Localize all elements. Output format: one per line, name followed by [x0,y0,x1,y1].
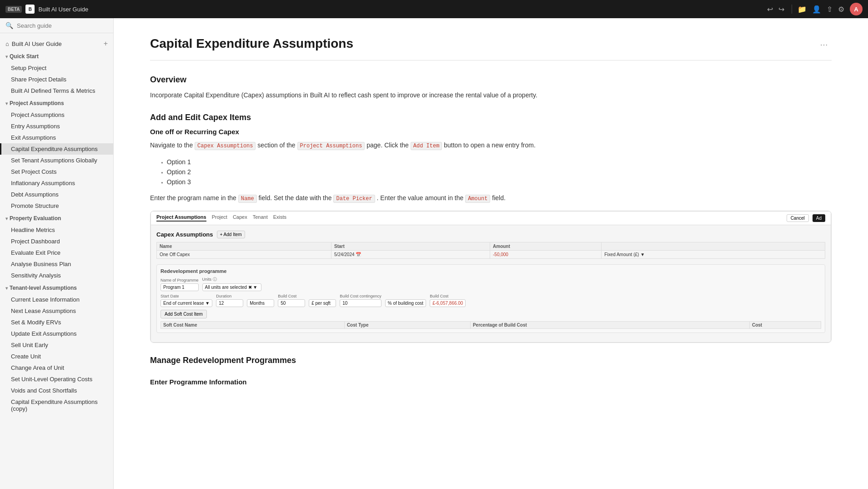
app-body: 🔍 ⌂ Built AI User Guide + ▾ Quick Start … [0,18,868,489]
redo-button[interactable]: ↪ [777,3,786,15]
sidebar-item-voids[interactable]: Voids and Cost Shortfalls [0,385,113,396]
sidebar-item-project-dashboard[interactable]: Project Dashboard [0,236,113,247]
sim-body: Capex Assumptions + Add Item Name Start … [151,225,831,342]
sidebar-section-quickstart[interactable]: ▾ Quick Start [0,50,113,62]
sidebar-item-current-lease[interactable]: Current Lease Information [0,294,113,305]
sidebar-item-debt-assumptions[interactable]: Debt Assumptions [0,189,113,200]
sidebar-item-next-lease[interactable]: Next Lease Assumptions [0,305,113,317]
sidebar-section-label-project-assumptions: Project Assumptions [10,100,64,106]
add-page-button[interactable]: + [104,40,108,48]
sidebar-item-inflationary[interactable]: Inflationary Assumptions [0,177,113,189]
sim-cancel-button[interactable]: Cancel [787,214,809,222]
sidebar-section-label-quickstart: Quick Start [10,53,39,60]
overview-section: Overview Incorporate Capital Expenditure… [150,75,832,100]
sim-topbar: Project Assumptions Project Capex Tenant… [151,212,831,225]
sidebar-item-set-tenant-assumptions[interactable]: Set Tenant Assumptions Globally [0,155,113,166]
user-icon[interactable]: 👤 [812,5,821,14]
sim-soft-col-cost: Cost [749,321,821,328]
topbar-actions: 📁 👤 ⇧ ⚙ A [798,3,863,15]
sim-label-prog-name: Name of Programme [161,278,199,282]
chevron-down-icon: ▾ [5,216,8,221]
sidebar-item-setup-project[interactable]: Setup Project [0,62,113,74]
sidebar-group-property-evaluation: ▾ Property Evaluation Headline Metrics P… [0,212,113,281]
settings-icon[interactable]: ⚙ [838,5,844,14]
sim-tab-project-assumptions[interactable]: Project Assumptions [156,214,206,222]
sim-label-contingency-unit [385,294,426,298]
sidebar-item-update-exit[interactable]: Update Exit Assumptions [0,328,113,339]
folder-icon[interactable]: 📁 [798,5,807,14]
sidebar-item-exit-assumptions[interactable]: Exit Assumptions [0,132,113,143]
sidebar-section-tenant-assumptions[interactable]: ▾ Tenant-level Assumptions [0,282,113,294]
sidebar-item-entry-assumptions[interactable]: Entry Assumptions [0,121,113,132]
sim-col-type [602,242,825,250]
code-capex-assumptions: Capex Assumptions [195,142,256,150]
page-menu-button[interactable]: … [816,36,832,50]
search-bar[interactable]: 🔍 [0,18,113,33]
sim-tab-project[interactable]: Project [212,214,227,222]
sidebar-group-project-assumptions: ▾ Project Assumptions Project Assumption… [0,97,113,212]
sim-save-button[interactable]: Ad [813,214,825,222]
sim-label-duration: Duration [216,294,243,298]
search-input[interactable] [17,22,108,29]
sim-prog-row2: Start Date End of current lease ▼ Durati… [161,294,821,307]
sim-label-contingency: Build Cost contingency [340,294,381,298]
sidebar-item-set-project-costs[interactable]: Set Project Costs [0,166,113,177]
sim-tab-tenant[interactable]: Tenant [253,214,268,222]
sim-add-soft-cost-button[interactable]: Add Soft Cost Item [161,310,207,318]
sidebar-item-change-area[interactable]: Change Area of Unit [0,362,113,373]
sim-tab-capex[interactable]: Capex [233,214,247,222]
sidebar-item-built-ai-terms[interactable]: Built AI Defined Terms & Metrics [0,85,113,96]
sim-field-prog-name: Name of Programme Program 1 [161,278,199,291]
sidebar-section-project-assumptions[interactable]: ▾ Project Assumptions [0,97,113,109]
sidebar-home-item[interactable]: ⌂ Built AI User Guide + [0,37,113,50]
sim-label-build-cost-unit [309,294,336,298]
search-icon: 🔍 [5,22,13,29]
sidebar-item-sell-unit-early[interactable]: Sell Unit Early [0,339,113,351]
sidebar-group-tenant-assumptions: ▾ Tenant-level Assumptions Current Lease… [0,282,113,414]
home-icon: ⌂ [5,40,9,47]
sim-capex-table: Name Start Amount One Off Capex [156,242,825,259]
sim-field-units: Units ⓘ All units are selected ✖ ▼ [202,277,261,291]
add-edit-section: Add and Edit Capex Items One off or Recu… [150,113,832,343]
page-header: Capital Expenditure Assumptions … [150,36,832,60]
sidebar-item-project-assumptions[interactable]: Project Assumptions [0,109,113,121]
sidebar-section-label-property-evaluation: Property Evaluation [10,215,61,222]
sim-value-units: All units are selected ✖ ▼ [202,283,261,291]
user-avatar[interactable]: A [850,3,863,15]
top-bar: BETA B Built AI User Guide ↩ ↪ 📁 👤 ⇧ ⚙ A [0,0,868,18]
sim-field-total: Build Cost £-6,057,866.00 [430,294,466,307]
sim-field-start: Start Date End of current lease ▼ [161,294,212,307]
undo-button[interactable]: ↩ [765,3,775,15]
sim-prog-row1: Name of Programme Program 1 Units ⓘ All … [161,277,821,291]
one-off-text: Navigate to the Capex Assumptions sectio… [150,140,832,151]
sim-tabs: Project Assumptions Project Capex Tenant… [156,214,286,222]
sidebar-item-create-unit[interactable]: Create Unit [0,351,113,362]
sim-soft-col-pct: Percentage of Build Cost [470,321,749,328]
sidebar-item-set-ervs[interactable]: Set & Modify ERVs [0,317,113,328]
manage-section: Manage Redevelopment Programmes [150,356,832,365]
code-add-item: Add Item [411,142,442,150]
chevron-down-icon: ▾ [5,101,8,106]
sidebar-item-capex-assumptions[interactable]: Capital Expenditure Assumptions [0,143,113,155]
sim-field-contingency: Build Cost contingency 10 [340,294,381,307]
sidebar-section-property-evaluation[interactable]: ▾ Property Evaluation [0,212,113,224]
sim-action-buttons: Cancel Ad [787,214,825,222]
sim-add-item-button[interactable]: + Add Item [217,231,245,238]
upload-icon[interactable]: ⇧ [827,5,833,14]
sidebar-item-share-project[interactable]: Share Project Details [0,74,113,85]
sidebar-item-evaluate-exit[interactable]: Evaluate Exit Price [0,247,113,258]
sidebar-item-capex-copy[interactable]: Capital Expenditure Assumptions (copy) [0,396,113,414]
sim-value-build-cost-unit: £ per sqft [309,299,336,307]
sidebar-item-analyse-business[interactable]: Analyse Business Plan [0,258,113,270]
sim-value-build-cost: 50 [278,299,305,307]
sim-redevelopment-section: Redevelopment programme Name of Programm… [156,264,825,333]
one-off-subsection: One off or Recurring Capex Navigate to t… [150,128,832,343]
sidebar-item-sensitivity[interactable]: Sensitivity Analysis [0,270,113,281]
sidebar: 🔍 ⌂ Built AI User Guide + ▾ Quick Start … [0,18,114,489]
sidebar-item-unit-operating-costs[interactable]: Set Unit-Level Operating Costs [0,373,113,385]
sim-cell-type: Fixed Amount (£) ▼ [602,250,825,258]
sim-tab-exists[interactable]: Exists [273,214,286,222]
overview-text: Incorporate Capital Expenditure (Capex) … [150,90,832,100]
sidebar-item-headline-metrics[interactable]: Headline Metrics [0,224,113,236]
sidebar-item-promote-structure[interactable]: Promote Structure [0,200,113,212]
